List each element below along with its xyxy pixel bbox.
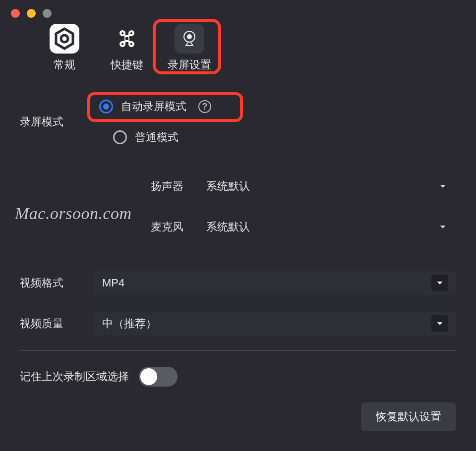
webcam-icon [175,24,204,54]
video-quality-select[interactable]: 中（推荐） [94,312,456,336]
mic-select[interactable]: 系统默认 [198,215,456,239]
tab-recording-label: 录屏设置 [168,57,211,72]
help-icon[interactable]: ? [198,100,211,113]
remember-region-toggle[interactable] [139,367,178,387]
footer: 恢复默认设置 [361,402,456,431]
recording-mode-options: 自动录屏模式 ? 普通模式 [99,99,211,145]
radio-auto-mode-label: 自动录屏模式 [121,99,186,114]
tab-general-label: 常规 [54,57,75,72]
gear-hex-icon [50,24,79,54]
video-format-label: 视频格式 [20,276,94,290]
chevron-down-icon [437,222,448,232]
radio-normal-mode[interactable]: 普通模式 [113,130,211,145]
radio-normal-mode-label: 普通模式 [135,130,178,145]
chevron-down-icon [437,181,448,192]
mic-row: 麦克风 系统默认 [20,215,456,239]
chevron-down-icon [431,315,448,332]
remember-region-row: 记住上次录制区域选择 [20,367,456,387]
settings-content: 录屏模式 自动录屏模式 ? 普通模式 扬声器 系统默认 [0,89,476,451]
video-format-row: 视频格式 MP4 [20,271,456,295]
video-quality-row: 视频质量 中（推荐） [20,312,456,336]
speaker-label: 扬声器 [20,179,198,194]
separator [20,350,456,351]
svg-point-1 [61,35,68,42]
command-icon [112,24,142,54]
mic-label: 麦克风 [20,220,198,234]
speaker-select[interactable]: 系统默认 [198,174,456,198]
video-format-select[interactable]: MP4 [94,271,456,295]
radio-icon [113,130,127,144]
restore-defaults-button[interactable]: 恢复默认设置 [361,402,456,431]
video-quality-label: 视频质量 [20,316,94,331]
settings-window: 常规 快捷键 录屏设置 录屏模式 [0,0,476,451]
svg-marker-0 [56,29,73,49]
video-quality-value: 中（推荐） [102,316,157,331]
chevron-down-icon [431,275,448,291]
close-window-icon[interactable] [11,9,20,18]
settings-tabs: 常规 快捷键 录屏设置 [40,24,214,72]
window-controls [11,9,52,18]
minimize-window-icon[interactable] [27,9,36,18]
separator [20,254,456,254]
radio-auto-mode[interactable]: 自动录屏模式 ? [99,99,211,114]
speaker-value: 系统默认 [206,179,250,194]
radio-icon [99,100,113,113]
recording-mode-label: 录屏模式 [20,114,79,129]
remember-region-label: 记住上次录制区域选择 [20,369,129,384]
mic-value: 系统默认 [206,220,250,234]
video-format-value: MP4 [102,277,124,289]
tab-general[interactable]: 常规 [40,24,89,72]
tab-recording[interactable]: 录屏设置 [165,24,214,72]
speaker-row: 扬声器 系统默认 [20,174,456,198]
tab-shortcut-label: 快捷键 [111,57,143,72]
toggle-knob [140,368,157,385]
zoom-window-icon[interactable] [43,9,52,18]
svg-point-3 [187,35,191,39]
tab-shortcut[interactable]: 快捷键 [102,24,152,72]
recording-mode-row: 录屏模式 自动录屏模式 ? 普通模式 [20,99,456,145]
